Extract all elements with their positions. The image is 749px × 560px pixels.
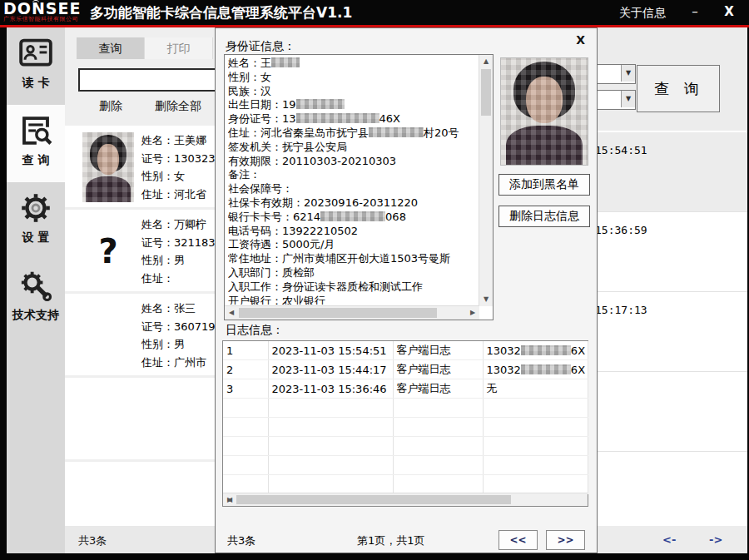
record-row-0[interactable]: 姓名：王美娜证号：130323性别：女住址：河北省 <box>65 126 215 207</box>
record-photo <box>82 300 134 370</box>
about-menu-item[interactable]: 关于信息 <box>619 6 666 21</box>
table-horizontal-scrollbar[interactable]: ◀ ▶ <box>223 493 588 506</box>
id-photo <box>500 57 588 166</box>
log-table-row[interactable]: 2 2023-11-03 15:44:17 客户端日志 130326X <box>223 360 588 379</box>
delete-button[interactable]: 删除 <box>90 97 131 116</box>
log-panel-footer: <- -> <box>598 526 747 553</box>
record-field: 住址： <box>141 270 215 288</box>
scroll-right-icon[interactable]: ▶ <box>466 306 479 320</box>
next-page-button[interactable]: >> <box>546 530 585 550</box>
log-type: 客户端日志 <box>393 341 483 360</box>
gear-icon <box>17 213 55 229</box>
log-card: 130326X <box>483 341 588 360</box>
masked-text <box>320 211 385 221</box>
log-no: 1 <box>223 341 268 360</box>
masked-text <box>521 345 571 355</box>
side-log-time: 15:17:13 <box>598 304 647 316</box>
id-info-line: 工资待遇：5000元/月 <box>228 238 478 252</box>
prev-page-arrow-button[interactable]: <- <box>657 533 681 547</box>
log-table-row-empty <box>223 437 588 456</box>
id-info-line: 备注： <box>228 168 478 182</box>
id-info-line: 民族：汉 <box>228 85 478 99</box>
scroll-up-icon[interactable]: ▲ <box>479 55 493 68</box>
record-field: 姓名：王美娜 <box>141 131 215 150</box>
sidebar-item-0[interactable]: 读 卡 <box>7 27 65 105</box>
chevron-down-icon[interactable]: ▼ <box>621 91 635 107</box>
record-field: 性别：女 <box>141 167 215 186</box>
minimize-button[interactable]: – <box>687 4 703 19</box>
search-input[interactable] <box>78 68 215 92</box>
side-log-entry-0[interactable]: 15:54:51 <box>598 131 747 212</box>
scrollbar-thumb[interactable] <box>236 495 511 504</box>
scrollbar-thumb[interactable] <box>481 69 491 116</box>
scrollbar-thumb[interactable] <box>239 308 437 318</box>
prev-page-button[interactable]: << <box>499 530 538 550</box>
dialog-close-button[interactable]: X <box>576 33 585 47</box>
support-wrench-icon <box>17 290 55 306</box>
record-photo: ? <box>82 216 134 286</box>
id-info-line: 住址：河北省秦皇岛市抚宁县村20号 <box>228 126 478 141</box>
id-info-dialog: X 身份证信息： 姓名：王性别：女民族：汉出生日期：19身份证号：1346X住址… <box>215 27 598 553</box>
id-info-line: 电话号码：13922210502 <box>228 225 478 239</box>
scroll-left-icon[interactable]: ◀ <box>225 306 238 320</box>
side-log-entry-empty <box>598 372 747 452</box>
horizontal-scrollbar[interactable]: ◀ ▶ <box>225 305 479 320</box>
app-logo: DONSEE 广东乐信智能科技有限公司 <box>3 1 87 24</box>
sidebar-item-label: 设 置 <box>7 230 65 245</box>
log-table-row[interactable]: 3 2023-11-03 15:36:46 客户端日志 无 <box>223 379 588 399</box>
id-info-line: 社会保障号： <box>228 182 478 196</box>
side-log-entry-2[interactable]: 15:17:13 <box>598 292 747 372</box>
chevron-down-icon[interactable]: ▼ <box>621 65 635 82</box>
record-list: 姓名：王美娜证号：130323性别：女住址：河北省 ? 姓名：万卿柠证号：321… <box>65 126 215 546</box>
window-close-button[interactable]: X <box>721 4 737 19</box>
id-info-label: 身份证信息： <box>226 39 295 54</box>
record-row-2[interactable]: 姓名：张三证号：360719性别：男住址：广州市 <box>65 294 215 375</box>
id-info-line: 开户银行：农业银行 <box>228 295 478 305</box>
log-table-row[interactable]: 1 2023-11-03 15:54:51 客户端日志 130326X <box>223 341 588 360</box>
side-log-entry-1[interactable]: 15:36:59 <box>598 212 747 292</box>
id-info-line: 签发机关：抚宁县公安局 <box>228 141 478 155</box>
id-info-line: 有效期限：20110303-20210303 <box>228 155 478 169</box>
tab-print[interactable]: 打印 <box>145 37 213 59</box>
next-page-arrow-button[interactable]: -> <box>704 533 727 547</box>
log-time: 2023-11-03 15:36:46 <box>268 379 393 399</box>
id-info-line: 出生日期：19 <box>228 98 478 112</box>
record-photo <box>82 132 134 202</box>
sidebar-item-1[interactable]: 查 询 <box>7 105 65 182</box>
record-row-1[interactable]: ? 姓名：万卿柠证号：321183性别：男住址： <box>65 210 215 291</box>
record-field: 证号：360719 <box>141 318 215 336</box>
delete-all-button[interactable]: 删除全部 <box>145 97 211 116</box>
id-info-textbox[interactable]: 姓名：王性别：女民族：汉出生日期：19身份证号：1346X住址：河北省秦皇岛市抚… <box>224 54 494 320</box>
log-side-panel: ▼ ▼ 查 询 15:54:51 15:36:59 15:17:13 <- -> <box>598 27 747 553</box>
scroll-right-icon[interactable]: ▶ <box>223 493 236 507</box>
masked-text <box>271 57 300 67</box>
sidebar-item-3[interactable]: 技术支持 <box>7 260 65 337</box>
log-table-row-empty <box>223 456 588 475</box>
vertical-scrollbar[interactable]: ▲ ▼ <box>479 55 493 306</box>
sidebar-item-label: 读 卡 <box>7 76 65 91</box>
add-to-blacklist-button[interactable]: 添加到黑名单 <box>499 174 590 196</box>
record-row-empty <box>65 378 215 459</box>
id-info-line: 性别：女 <box>228 71 478 85</box>
log-time: 2023-11-03 15:54:51 <box>268 341 393 360</box>
id-info-line: 社保卡有效期：20230916-20311220 <box>228 196 478 211</box>
log-table-row-empty <box>223 418 588 437</box>
list-total-count: 共3条 <box>78 533 107 548</box>
id-info-text: 姓名：王性别：女民族：汉出生日期：19身份证号：1346X住址：河北省秦皇岛市抚… <box>228 57 478 305</box>
side-log-time: 15:54:51 <box>598 144 647 156</box>
delete-log-info-button[interactable]: 删除日志信息 <box>499 206 590 227</box>
dialog-footer: 共3条 第1页，共1页 << >> <box>216 528 597 553</box>
id-info-line: 身份证号：1346X <box>228 112 478 126</box>
dialog-total-count: 共3条 <box>227 533 255 548</box>
query-button[interactable]: 查 询 <box>637 65 720 112</box>
tab-query[interactable]: 查询 <box>77 37 145 59</box>
record-field: 证号：321183 <box>141 234 215 252</box>
sidebar-item-2[interactable]: 设 置 <box>7 182 65 260</box>
side-log-time: 15:36:59 <box>598 224 647 236</box>
tab-bar: 查询 打印 <box>77 37 215 59</box>
sidebar-item-label: 查 询 <box>7 153 65 168</box>
scroll-down-icon[interactable]: ▼ <box>479 293 493 306</box>
filter-combo-1[interactable]: ▼ <box>598 64 636 84</box>
sidebar-nav: 读 卡 查 询 设 置 技术支持 <box>7 27 65 553</box>
filter-combo-2[interactable]: ▼ <box>598 90 636 110</box>
